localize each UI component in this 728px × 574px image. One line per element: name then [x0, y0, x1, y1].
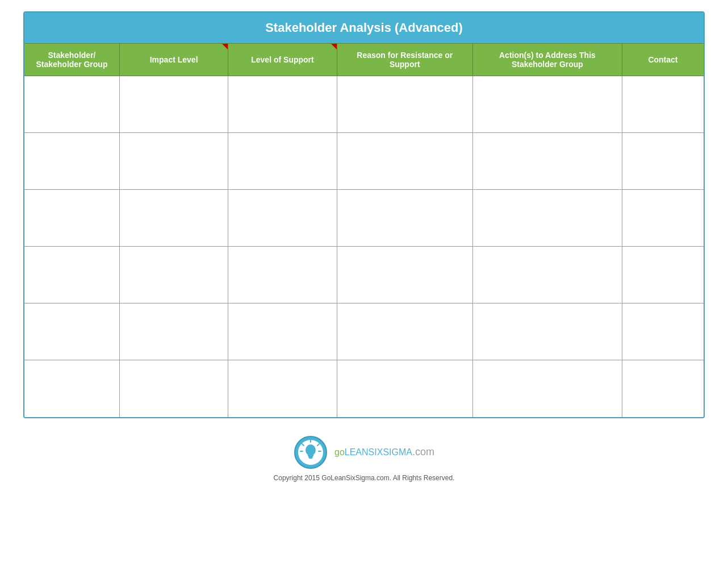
table-row	[24, 133, 704, 190]
svg-rect-5	[309, 457, 312, 459]
table-cell-r4-c5[interactable]	[622, 303, 704, 360]
main-table: Stakeholder/ Stakeholder GroupImpact Lev…	[24, 43, 704, 417]
svg-point-2	[306, 444, 316, 456]
logo-row: goLEANSIXSIGMA.com	[294, 435, 434, 469]
table-cell-r5-c1[interactable]	[119, 360, 228, 417]
logo-sigma: SIGMA	[383, 447, 412, 457]
table-cell-r5-c3[interactable]	[337, 360, 472, 417]
table-cell-r2-c0[interactable]	[24, 190, 119, 247]
table-cell-r1-c2[interactable]	[228, 133, 337, 190]
table-row	[24, 190, 704, 247]
col-header-actions: Action(s) to Address This Stakeholder Gr…	[472, 44, 622, 76]
table-cell-r4-c3[interactable]	[337, 303, 472, 360]
table-cell-r0-c2[interactable]	[228, 76, 337, 133]
logo-com: .com	[412, 446, 434, 457]
table-cell-r4-c2[interactable]	[228, 303, 337, 360]
logo-go: go	[334, 447, 345, 457]
table-container: Stakeholder Analysis (Advanced) Stakehol…	[23, 11, 705, 418]
table-cell-r1-c1[interactable]	[119, 133, 228, 190]
header-row: Stakeholder/ Stakeholder GroupImpact Lev…	[24, 44, 704, 76]
table-cell-r0-c4[interactable]	[472, 76, 622, 133]
col-header-contact: Contact	[622, 44, 704, 76]
logo-six: SIX	[369, 447, 383, 457]
table-row	[24, 303, 704, 360]
col-header-reason: Reason for Resistance or Support	[337, 44, 472, 76]
table-row	[24, 76, 704, 133]
svg-rect-3	[308, 455, 313, 456]
logo-lean: LEAN	[345, 447, 369, 457]
table-cell-r1-c3[interactable]	[337, 133, 472, 190]
table-cell-r3-c4[interactable]	[472, 247, 622, 303]
table-cell-r5-c4[interactable]	[472, 360, 622, 417]
table-cell-r3-c0[interactable]	[24, 247, 119, 303]
footer: goLEANSIXSIGMA.com Copyright 2015 GoLean…	[274, 435, 455, 482]
col-header-support: Level of Support	[228, 44, 337, 76]
table-cell-r4-c1[interactable]	[119, 303, 228, 360]
table-title: Stakeholder Analysis (Advanced)	[24, 13, 704, 43]
table-cell-r4-c4[interactable]	[472, 303, 622, 360]
table-cell-r0-c3[interactable]	[337, 76, 472, 133]
table-cell-r2-c2[interactable]	[228, 190, 337, 247]
table-row	[24, 247, 704, 303]
red-triangle-impact	[222, 44, 228, 49]
table-cell-r4-c0[interactable]	[24, 303, 119, 360]
table-cell-r3-c2[interactable]	[228, 247, 337, 303]
table-cell-r3-c3[interactable]	[337, 247, 472, 303]
table-cell-r3-c1[interactable]	[119, 247, 228, 303]
table-cell-r0-c0[interactable]	[24, 76, 119, 133]
page-wrapper: Stakeholder Analysis (Advanced) Stakehol…	[23, 11, 705, 482]
table-cell-r2-c1[interactable]	[119, 190, 228, 247]
table-cell-r5-c2[interactable]	[228, 360, 337, 417]
logo-text: goLEANSIXSIGMA.com	[334, 446, 434, 458]
table-cell-r5-c0[interactable]	[24, 360, 119, 417]
red-triangle-support	[331, 44, 337, 49]
logo-icon	[294, 435, 328, 469]
col-header-impact: Impact Level	[119, 44, 228, 76]
table-cell-r1-c0[interactable]	[24, 133, 119, 190]
copyright: Copyright 2015 GoLeanSixSigma.com. All R…	[274, 474, 455, 482]
table-cell-r2-c3[interactable]	[337, 190, 472, 247]
table-cell-r1-c4[interactable]	[472, 133, 622, 190]
table-body	[24, 76, 704, 417]
table-cell-r0-c1[interactable]	[119, 76, 228, 133]
table-cell-r3-c5[interactable]	[622, 247, 704, 303]
table-cell-r2-c5[interactable]	[622, 190, 704, 247]
table-row	[24, 360, 704, 417]
table-cell-r1-c5[interactable]	[622, 133, 704, 190]
table-cell-r0-c5[interactable]	[622, 76, 704, 133]
table-cell-r2-c4[interactable]	[472, 190, 622, 247]
col-header-stakeholder: Stakeholder/ Stakeholder Group	[24, 44, 119, 76]
table-cell-r5-c5[interactable]	[622, 360, 704, 417]
